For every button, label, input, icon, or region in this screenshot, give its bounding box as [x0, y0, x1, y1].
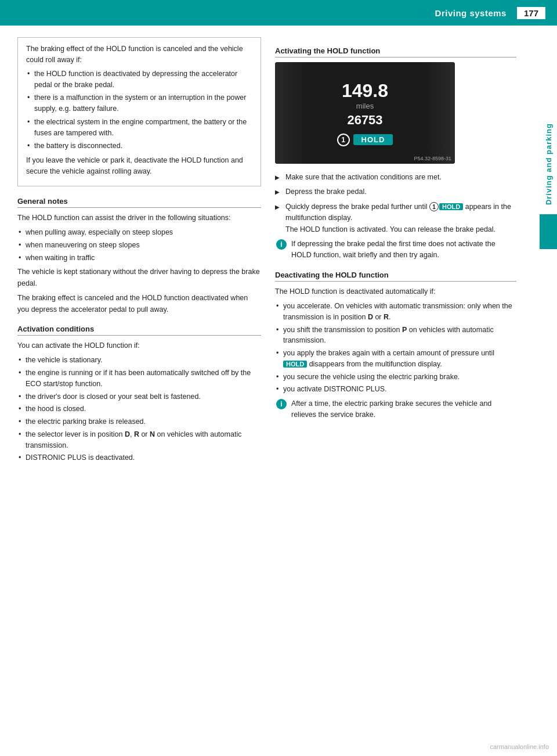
- warning-bullet-1: the HOLD function is deactivated by depr…: [26, 69, 252, 91]
- activation-bullet-6: the selector lever is in position D, R o…: [17, 429, 261, 451]
- activation-bullet-7: DISTRONIC PLUS is deactivated.: [17, 452, 261, 463]
- chapter-title: Driving systems: [435, 8, 507, 18]
- general-note-bullet-1: when pulling away, especially on steep s…: [17, 227, 261, 238]
- info-icon-1: i: [276, 239, 287, 250]
- deactivating-hold-heading: Deactivating the HOLD function: [275, 271, 516, 282]
- activating-step-3: Quickly depress the brake pedal further …: [275, 201, 516, 235]
- hold-inline-1: HOLD: [439, 203, 463, 210]
- hold-button-row: 1 HOLD: [337, 134, 393, 146]
- deactivating-bullet-4: you secure the vehicle using the electri…: [275, 372, 516, 383]
- content-area: The braking effect of the HOLD function …: [0, 26, 557, 478]
- warning-intro: The braking effect of the HOLD function …: [26, 44, 252, 66]
- activating-info-text: If depressing the brake pedal the first …: [291, 239, 516, 261]
- general-notes-bullets: when pulling away, especially on steep s…: [17, 227, 261, 263]
- deactivating-bullet-1: you accelerate. On vehicles with automat…: [275, 301, 516, 323]
- activating-step-3-extra: The HOLD function is activated. You can …: [285, 225, 495, 233]
- deactivating-hold-text1: The HOLD function is deactivated automat…: [275, 286, 516, 297]
- hold-display-image: 149.8 miles 26753 1 HOLD P54.32-8598-31: [275, 62, 455, 164]
- general-note-bullet-2: when maneuvering on steep slopes: [17, 240, 261, 251]
- hold-img-credit: P54.32-8598-31: [414, 156, 451, 161]
- deactivating-bullet-5: you activate DISTRONIC PLUS.: [275, 384, 516, 395]
- activating-info-note: i If depressing the brake pedal the firs…: [275, 239, 516, 261]
- hold-circle-number: 1: [337, 134, 350, 146]
- deactivating-bullet-3: you apply the brakes again with a certai…: [275, 348, 516, 370]
- side-tab: Driving and parking: [540, 116, 557, 249]
- general-notes-text2: The vehicle is kept stationary without t…: [17, 267, 261, 289]
- hold-display-speed: 149.8: [342, 80, 388, 102]
- deactivating-hold-section: Deactivating the HOLD function The HOLD …: [275, 271, 516, 421]
- activation-conditions-section: Activation conditions You can activate t…: [17, 325, 261, 463]
- activation-bullet-5: the electric parking brake is released.: [17, 416, 261, 427]
- deactivating-info-text: After a time, the electric parking brake…: [291, 398, 516, 421]
- general-notes-text1: The HOLD function can assist the driver …: [17, 213, 261, 224]
- warning-bullet-4: the battery is disconnected.: [26, 141, 252, 152]
- warning-bullet-2: there is a malfunction in the system or …: [26, 92, 252, 114]
- activating-hold-steps: Make sure that the activation conditions…: [275, 172, 516, 235]
- deactivating-info-note: i After a time, the electric parking bra…: [275, 398, 516, 421]
- right-column: Activating the HOLD function 149.8 miles…: [275, 37, 534, 467]
- activating-hold-section: Activating the HOLD function 149.8 miles…: [275, 46, 516, 261]
- activation-bullet-2: the engine is running or if it has been …: [17, 368, 261, 390]
- activating-step-1: Make sure that the activation conditions…: [275, 172, 516, 183]
- activation-conditions-text1: You can activate the HOLD function if:: [17, 340, 261, 351]
- circle-num-inline: 1: [429, 202, 439, 211]
- warning-bullets: the HOLD function is deactivated by depr…: [26, 69, 252, 152]
- side-tab-label: Driving and parking: [544, 116, 553, 212]
- deactivating-hold-bullets: you accelerate. On vehicles with automat…: [275, 301, 516, 395]
- footer-watermark: carmanualonline.info: [490, 743, 549, 750]
- hold-inline-2: HOLD: [283, 361, 307, 368]
- hold-badge: HOLD: [353, 134, 393, 145]
- activation-bullet-4: the hood is closed.: [17, 404, 261, 415]
- page-number: 177: [517, 7, 545, 19]
- activating-hold-heading: Activating the HOLD function: [275, 46, 516, 57]
- general-notes-section: General notes The HOLD function can assi…: [17, 197, 261, 315]
- general-notes-text3: The braking effect is canceled and the H…: [17, 293, 261, 315]
- activation-bullet-3: the driver's door is closed or your seat…: [17, 391, 261, 402]
- hold-display-odometer: 26753: [347, 113, 382, 128]
- warning-box: The braking effect of the HOLD function …: [17, 37, 261, 186]
- activation-conditions-bullets: the vehicle is stationary. the engine is…: [17, 355, 261, 463]
- hold-display-unit: miles: [356, 102, 374, 110]
- side-tab-block: [540, 214, 557, 249]
- activation-bullet-1: the vehicle is stationary.: [17, 355, 261, 366]
- top-bar: Driving systems 177: [0, 0, 557, 26]
- deactivating-bullet-2: you shift the transmission to position P…: [275, 325, 516, 347]
- activation-conditions-heading: Activation conditions: [17, 325, 261, 336]
- general-note-bullet-3: when waiting in traffic: [17, 253, 261, 264]
- left-column: The braking effect of the HOLD function …: [17, 37, 261, 467]
- warning-bullet-3: the electrical system in the engine comp…: [26, 117, 252, 139]
- warning-footer: If you leave the vehicle or park it, dea…: [26, 155, 252, 178]
- info-icon-2: i: [276, 399, 287, 409]
- activating-step-2: Depress the brake pedal.: [275, 186, 516, 197]
- general-notes-heading: General notes: [17, 197, 261, 208]
